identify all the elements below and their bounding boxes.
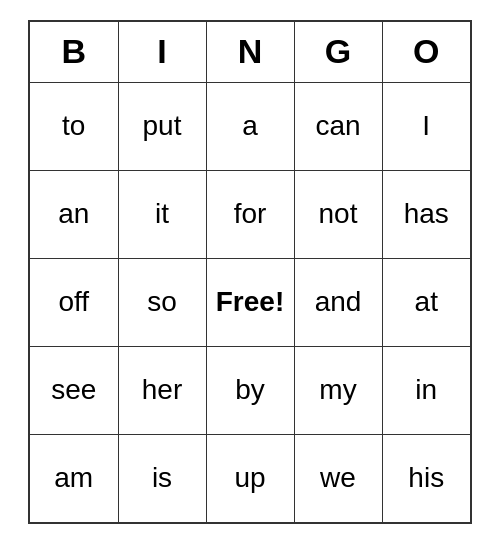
- col-b: B: [30, 22, 118, 82]
- cell-r3-c1: her: [118, 346, 206, 434]
- bingo-table: B I N G O toputacanIanitfornothasoffsoFr…: [30, 22, 470, 522]
- cell-r3-c4: in: [382, 346, 470, 434]
- bingo-card: B I N G O toputacanIanitfornothasoffsoFr…: [28, 20, 472, 524]
- cell-r4-c1: is: [118, 434, 206, 522]
- cell-r0-c0: to: [30, 82, 118, 170]
- table-row: seeherbymyin: [30, 346, 470, 434]
- table-row: offsoFree!andat: [30, 258, 470, 346]
- cell-r3-c2: by: [206, 346, 294, 434]
- cell-r1-c3: not: [294, 170, 382, 258]
- col-i: I: [118, 22, 206, 82]
- table-row: amisupwehis: [30, 434, 470, 522]
- header-row: B I N G O: [30, 22, 470, 82]
- cell-r1-c4: has: [382, 170, 470, 258]
- cell-r2-c1: so: [118, 258, 206, 346]
- cell-r4-c2: up: [206, 434, 294, 522]
- cell-r1-c2: for: [206, 170, 294, 258]
- cell-r0-c2: a: [206, 82, 294, 170]
- cell-r2-c4: at: [382, 258, 470, 346]
- cell-r0-c4: I: [382, 82, 470, 170]
- col-n: N: [206, 22, 294, 82]
- col-o: O: [382, 22, 470, 82]
- cell-r2-c2: Free!: [206, 258, 294, 346]
- table-row: anitfornothas: [30, 170, 470, 258]
- cell-r0-c1: put: [118, 82, 206, 170]
- col-g: G: [294, 22, 382, 82]
- table-row: toputacanI: [30, 82, 470, 170]
- cell-r2-c3: and: [294, 258, 382, 346]
- cell-r3-c0: see: [30, 346, 118, 434]
- cell-r2-c0: off: [30, 258, 118, 346]
- bingo-body: toputacanIanitfornothasoffsoFree!andatse…: [30, 82, 470, 522]
- cell-r1-c1: it: [118, 170, 206, 258]
- cell-r4-c3: we: [294, 434, 382, 522]
- cell-r1-c0: an: [30, 170, 118, 258]
- cell-r4-c4: his: [382, 434, 470, 522]
- cell-r3-c3: my: [294, 346, 382, 434]
- cell-r4-c0: am: [30, 434, 118, 522]
- cell-r0-c3: can: [294, 82, 382, 170]
